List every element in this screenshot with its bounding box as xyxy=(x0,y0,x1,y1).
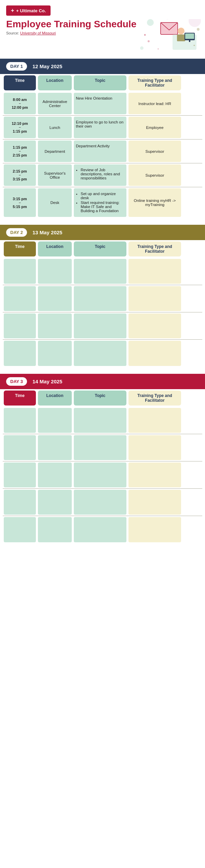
day2-row-4 xyxy=(3,340,202,367)
svg-text:✦: ✦ xyxy=(144,33,146,37)
day1-row5-bullets: Set up and organize desk Start required … xyxy=(76,192,124,214)
day1-row5-topic: Set up and organize desk Start required … xyxy=(74,188,126,217)
day3-header: DAY 3 14 May 2025 xyxy=(0,374,205,389)
day3-section: DAY 3 14 May 2025 Time Location Topic Tr… xyxy=(0,374,205,543)
day1-row4-topic: Review of Job descriptions, roles and re… xyxy=(74,164,126,186)
day3-row4-topic xyxy=(74,490,126,515)
day2-row2-type xyxy=(128,286,181,311)
day3-row1-loc xyxy=(38,408,72,433)
day3-row1-topic xyxy=(74,408,126,433)
day1-type-header: Training Type and Facilitator xyxy=(128,75,181,90)
day1-row3-time: 1:15 pm – 2:15 pm xyxy=(4,141,36,162)
day2-row2-time xyxy=(4,286,36,311)
svg-text:✦: ✦ xyxy=(193,44,195,47)
day2-row3-time xyxy=(4,313,36,338)
svg-text:✦: ✦ xyxy=(157,48,159,50)
day1-row4-bullets: Review of Job descriptions, roles and re… xyxy=(76,168,124,181)
day1-row1-location: Administrative Center xyxy=(38,93,72,114)
svg-rect-3 xyxy=(161,23,178,34)
day2-row1-loc xyxy=(38,259,72,284)
day1-row3-type: Supervisor xyxy=(128,141,181,162)
day2-row4-type xyxy=(128,341,181,366)
day1-row-3: 1:15 pm – 2:15 pm Department Department … xyxy=(3,139,202,163)
day1-row-2: 12:10 pm – 1:15 pm Lunch Employee to go … xyxy=(3,116,202,139)
day2-row-3 xyxy=(3,312,202,340)
day2-type-header: Training Type and Facilitator xyxy=(128,241,181,256)
hero-section: ✦ ✦ ✦ Employee Training Schedule Source:… xyxy=(0,19,205,53)
day3-badge: DAY 3 xyxy=(6,377,27,386)
logo-bar: + + Ultimate Co. xyxy=(6,5,51,16)
svg-point-13 xyxy=(148,40,150,42)
day2-row1-time xyxy=(4,259,36,284)
day3-row-5 xyxy=(3,516,202,543)
day1-row2-topic: Employee to go to lunch on their own xyxy=(74,117,126,138)
day2-row1-type xyxy=(128,259,181,284)
day1-row5-bullet-2: Start required training: Make IT Safe an… xyxy=(81,201,124,213)
day1-row1-time: 8:00 am – 12:00 pm xyxy=(4,93,36,114)
day1-rows: 8:00 am – 12:00 pm Administrative Center… xyxy=(0,92,205,218)
day1-row5-time: 3:15 pm – 5:15 pm xyxy=(4,188,36,217)
day3-row-4 xyxy=(3,489,202,516)
day2-header: DAY 2 13 May 2025 xyxy=(0,225,205,240)
day2-date: 13 May 2025 xyxy=(32,230,63,235)
svg-point-2 xyxy=(165,19,169,19)
day2-row3-topic xyxy=(74,313,126,338)
svg-point-1 xyxy=(147,19,154,26)
day1-row2-time: 12:10 pm – 1:15 pm xyxy=(4,117,36,138)
day2-row1-topic xyxy=(74,259,126,284)
day3-row4-type xyxy=(128,490,181,515)
day1-header: DAY 1 12 May 2025 xyxy=(0,59,205,74)
day1-row5-type: Online training myHR -> myTraining xyxy=(128,188,181,217)
svg-rect-9 xyxy=(189,40,190,42)
svg-point-0 xyxy=(189,19,201,27)
day3-col-headers: Time Location Topic Training Type and Fa… xyxy=(0,389,205,407)
day1-row-5: 3:15 pm – 5:15 pm Desk Set up and organi… xyxy=(3,187,202,218)
day2-row4-loc xyxy=(38,341,72,366)
day2-location-header: Location xyxy=(38,241,72,256)
day2-col-headers: Time Location Topic Training Type and Fa… xyxy=(0,240,205,258)
day3-date: 14 May 2025 xyxy=(32,379,63,384)
day1-row1-type: Instructor lead: HR xyxy=(128,93,181,114)
day3-row5-loc xyxy=(38,517,72,542)
day1-row-1: 8:00 am – 12:00 pm Administrative Center… xyxy=(3,92,202,116)
day2-row2-loc xyxy=(38,286,72,311)
source-link[interactable]: University of Missouri xyxy=(20,31,56,35)
day1-row4-bullet-1: Review of Job descriptions, roles and re… xyxy=(81,168,124,180)
day3-row3-type xyxy=(128,462,181,487)
day1-col-headers: Time Location Topic Training Type and Fa… xyxy=(0,74,205,92)
svg-rect-6 xyxy=(177,34,185,41)
day3-row4-loc xyxy=(38,490,72,515)
day1-row5-location: Desk xyxy=(38,188,72,217)
day3-row5-topic xyxy=(74,517,126,542)
day3-row5-type xyxy=(128,517,181,542)
day2-row-2 xyxy=(3,285,202,312)
day2-row-1 xyxy=(3,258,202,285)
day3-row1-type xyxy=(128,408,181,433)
day1-row3-location: Department xyxy=(38,141,72,162)
day2-section: DAY 2 13 May 2025 Time Location Topic Tr… xyxy=(0,225,205,367)
hero-illustration: ✦ ✦ ✦ xyxy=(140,19,202,53)
day3-row5-time xyxy=(4,517,36,542)
day2-row4-topic xyxy=(74,341,126,366)
day1-row4-time: 2:15 pm – 3:15 pm xyxy=(4,164,36,186)
day3-topic-header: Topic xyxy=(74,391,126,406)
day2-row3-type xyxy=(128,313,181,338)
day1-time-header: Time xyxy=(4,75,36,90)
day1-row4-location: Supervisor's Office xyxy=(38,164,72,186)
day3-row2-loc xyxy=(38,435,72,460)
day3-row3-topic xyxy=(74,462,126,487)
day2-topic-header: Topic xyxy=(74,241,126,256)
logo-text: + Ultimate Co. xyxy=(16,8,46,13)
svg-point-14 xyxy=(197,28,200,31)
logo-plus-icon: + xyxy=(11,8,14,14)
day3-rows xyxy=(0,407,205,543)
day1-location-header: Location xyxy=(38,75,72,90)
day2-rows xyxy=(0,258,205,367)
day1-row5-bullet-1: Set up and organize desk xyxy=(81,192,124,200)
day1-row3-topic: Department Activity xyxy=(74,141,126,162)
day2-time-header: Time xyxy=(4,241,36,256)
day1-row4-type: Supervisor xyxy=(128,164,181,186)
day3-row3-time xyxy=(4,462,36,487)
svg-rect-8 xyxy=(185,33,194,39)
day2-row3-loc xyxy=(38,313,72,338)
